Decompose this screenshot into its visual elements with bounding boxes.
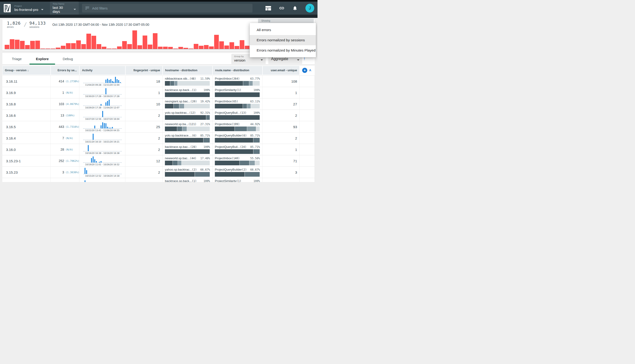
- histogram-bar[interactable]: [138, 45, 142, 49]
- histogram-bar[interactable]: [148, 44, 152, 49]
- histogram-bar[interactable]: [15, 40, 20, 49]
- histogram-bar[interactable]: [20, 41, 25, 49]
- histogram-bar[interactable]: [199, 46, 204, 49]
- histogram-bar[interactable]: [81, 44, 86, 49]
- histogram-bar[interactable]: [132, 30, 137, 49]
- histogram-bar[interactable]: [10, 39, 15, 49]
- histogram-bar[interactable]: [86, 34, 91, 49]
- showing-option[interactable]: Errors normalized by Minutes Played: [250, 45, 316, 56]
- tab-debug[interactable]: Debug: [55, 53, 81, 64]
- errors-count-value: 3: [51, 170, 64, 174]
- histogram-bar[interactable]: [224, 46, 229, 49]
- tab-triage[interactable]: Triage: [4, 53, 30, 64]
- histogram-bar[interactable]: [71, 43, 76, 49]
- cell-route-distribution-count: (6): [242, 134, 247, 137]
- active-tab-underline: [30, 64, 55, 64]
- sparkline-bar: [110, 128, 111, 128]
- tab-explore[interactable]: Explore: [30, 53, 55, 64]
- histogram-bar[interactable]: [240, 40, 244, 49]
- histogram-bar[interactable]: [163, 47, 168, 49]
- user-avatar[interactable]: J: [305, 4, 314, 12]
- column-header-route-name[interactable]: route.name - distribution: [213, 66, 262, 75]
- cell-route-distribution: ProjectQueryBuilder(6)85.71%: [213, 132, 262, 144]
- table-row[interactable]: 3.16.91(N/A)10/30/20 17:28 - 10/30/20 17…: [2, 87, 315, 98]
- table-row[interactable]: 3.16.11414(1.2738%)11/04/20 09:28 - 11/1…: [2, 76, 315, 87]
- cell-user-email-unique: 1: [262, 144, 300, 155]
- histogram-bar[interactable]: [66, 43, 71, 49]
- histogram-bar[interactable]: [178, 47, 183, 49]
- add-column-button[interactable]: + A: [300, 66, 314, 75]
- project-selector[interactable]: Project bs-frontend-pro: [15, 5, 44, 12]
- cell-version: 3.16.6: [2, 110, 51, 121]
- showing-option[interactable]: All errors: [250, 25, 316, 35]
- histogram-bar[interactable]: [245, 46, 249, 49]
- table-row[interactable]: 3.15.23-1252(1.7062%)10/19/20 11:01 - 10…: [2, 155, 315, 166]
- cell-route-distribution-bar: [215, 81, 260, 86]
- sparkline-bar: [101, 161, 102, 162]
- histogram-bar[interactable]: [35, 40, 40, 49]
- histogram-bar[interactable]: [153, 33, 158, 49]
- cell-hostname-distribution-bar: [165, 149, 210, 154]
- histogram-bar[interactable]: [230, 42, 234, 49]
- chevron-down-icon: [261, 60, 263, 60]
- column-header-activity[interactable]: Activity: [80, 66, 125, 75]
- distribution-segment: [247, 126, 256, 131]
- column-header-fingerprint[interactable]: fingerprint - unique: [126, 66, 162, 75]
- histogram-bar[interactable]: [46, 48, 50, 49]
- table-row[interactable]: 3.16.613(100%)10/27/20 12:56 - 10/27/20 …: [2, 110, 315, 121]
- histogram-bar[interactable]: [209, 46, 214, 49]
- column-header-errors[interactable]: Errors by se...: [51, 66, 79, 75]
- showing-option[interactable]: Errors normalized by sessions: [250, 35, 316, 45]
- cell-errors: 7(N/A): [51, 132, 80, 144]
- cell-route-distribution-count: (13): [240, 111, 246, 114]
- share-link-icon[interactable]: [279, 5, 285, 11]
- column-header-group-version[interactable]: Group - version ↓: [3, 66, 51, 75]
- table-row[interactable]: 3.15.233(1.3636%)10/15/20 12:52 - 10/16/…: [2, 166, 315, 178]
- histogram-bar[interactable]: [122, 41, 127, 49]
- histogram-bar[interactable]: [184, 48, 188, 49]
- table-row[interactable]: 3.16.8103(4.0679%)10/29/20 17:38 - 11/04…: [2, 98, 315, 110]
- column-header-hostname[interactable]: hostname - distribution: [163, 66, 212, 75]
- histogram-bar[interactable]: [173, 48, 178, 49]
- histogram-bar[interactable]: [97, 44, 101, 49]
- distribution-segment: [243, 81, 249, 86]
- histogram-bar[interactable]: [204, 45, 209, 49]
- dashboard-layout-icon[interactable]: [265, 6, 271, 10]
- histogram-bar[interactable]: [219, 41, 224, 49]
- histogram-bar[interactable]: [112, 48, 117, 49]
- cell-route-distribution-label: ProjectInbox: [215, 77, 232, 80]
- histogram-bar[interactable]: [61, 46, 66, 49]
- table-row[interactable]: 3.16.028(N/A)10/16/20 16:38 - 10/16/20 1…: [2, 144, 315, 155]
- histogram-bar[interactable]: [168, 47, 173, 49]
- add-filters-input[interactable]: Add filters: [82, 4, 252, 12]
- table-row[interactable]: 3.16.5443(1.7316%)10/22/20 13:41 - 11/06…: [2, 121, 315, 132]
- histogram-bar[interactable]: [51, 48, 55, 49]
- table-row[interactable]: 3.15.221backtrace.sp.back...(1)100%Proje…: [2, 178, 315, 182]
- column-header-user-email[interactable]: user.email - unique: [263, 66, 299, 75]
- histogram-bar[interactable]: [235, 46, 239, 49]
- histogram-bar[interactable]: [189, 48, 193, 49]
- timeframe-selector[interactable]: Time frame last 30 days: [50, 2, 79, 15]
- histogram-bar[interactable]: [107, 48, 112, 49]
- notifications-bell-icon[interactable]: [292, 6, 298, 11]
- histogram-bar[interactable]: [56, 48, 60, 49]
- histogram-bar[interactable]: [41, 48, 45, 49]
- histogram-bar[interactable]: [117, 46, 122, 49]
- histogram-bar[interactable]: [30, 41, 35, 49]
- histogram-bar[interactable]: [92, 36, 96, 49]
- histogram-bar[interactable]: [158, 47, 163, 49]
- histogram-bar[interactable]: [127, 44, 132, 49]
- histogram-bar[interactable]: [25, 45, 30, 49]
- histogram-bar[interactable]: [214, 35, 219, 49]
- histogram-bar[interactable]: [5, 45, 9, 49]
- backtrace-logo-icon[interactable]: [4, 4, 11, 12]
- cell-route-distribution-label: ProjectQueryBuil...: [215, 145, 240, 148]
- table-row[interactable]: 3.16.47(N/A)10/21/20 16:10 - 10/21/20 19…: [2, 132, 315, 144]
- cell-hostname-distribution-label: yahoo.sp.backtrac...: [165, 168, 192, 171]
- histogram-bar[interactable]: [76, 40, 81, 49]
- stat-divider-slash: /: [24, 21, 27, 28]
- histogram-bar[interactable]: [194, 44, 198, 49]
- histogram-bar[interactable]: [102, 47, 106, 49]
- histogram-bar[interactable]: [143, 36, 147, 49]
- distribution-segment: [256, 126, 260, 131]
